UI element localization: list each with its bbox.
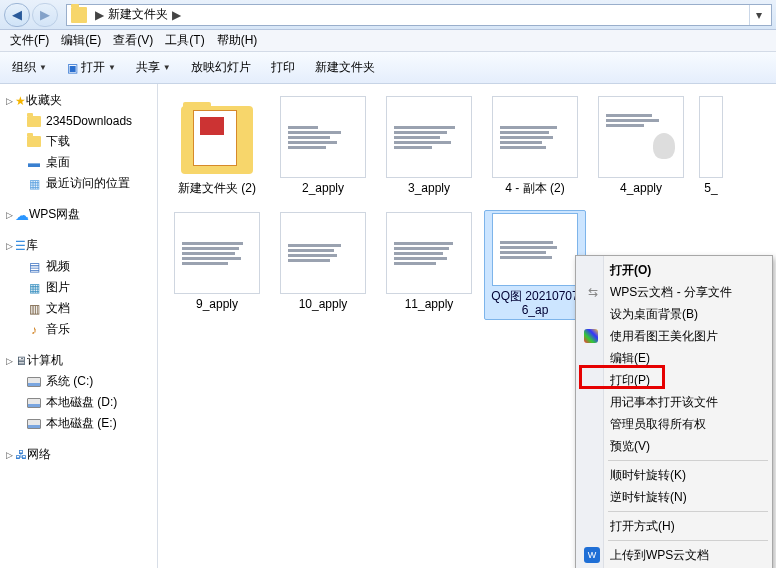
file-label: 9_apply bbox=[196, 297, 238, 311]
file-9apply[interactable]: 9_apply bbox=[166, 210, 268, 320]
sidebar-item-e[interactable]: 本地磁盘 (E:) bbox=[0, 413, 157, 434]
ctx-open[interactable]: 打开(O) bbox=[578, 259, 770, 281]
address-bar[interactable]: ▶ 新建文件夹 ▶ ▾ bbox=[66, 4, 772, 26]
file-4apply[interactable]: 4_apply bbox=[590, 94, 692, 204]
library-icon: ☰ bbox=[15, 239, 26, 253]
ctx-open-way[interactable]: 打开方式(H) bbox=[578, 515, 770, 537]
sidebar-item-recent[interactable]: ▦最近访问的位置 bbox=[0, 173, 157, 194]
open-icon: ▣ bbox=[67, 61, 78, 75]
breadcrumb-sep: ▶ bbox=[95, 8, 104, 22]
address-dropdown[interactable]: ▾ bbox=[749, 5, 767, 25]
menu-help[interactable]: 帮助(H) bbox=[211, 30, 264, 51]
ctx-wps-share[interactable]: ⇆WPS云文档 - 分享文件 bbox=[578, 281, 770, 303]
ctx-admin[interactable]: 管理员取得所有权 bbox=[578, 413, 770, 435]
ctx-edit[interactable]: 编辑(E) bbox=[578, 347, 770, 369]
file-3apply[interactable]: 3_apply bbox=[378, 94, 480, 204]
disk-icon bbox=[27, 419, 41, 429]
file-2apply[interactable]: 2_apply bbox=[272, 94, 374, 204]
arrow-right-icon: ▶ bbox=[40, 7, 50, 22]
sidebar-fav-header[interactable]: ▷★收藏夹 bbox=[0, 90, 157, 111]
video-icon: ▤ bbox=[26, 259, 42, 275]
sidebar-wps-header[interactable]: ▷☁WPS网盘 bbox=[0, 204, 157, 225]
file-4copy[interactable]: 4 - 副本 (2) bbox=[484, 94, 586, 204]
folder-icon bbox=[27, 136, 41, 147]
menu-file[interactable]: 文件(F) bbox=[4, 30, 55, 51]
share-icon: ⇆ bbox=[584, 283, 602, 301]
breadcrumb[interactable]: 新建文件夹 bbox=[108, 6, 168, 23]
menu-view[interactable]: 查看(V) bbox=[107, 30, 159, 51]
sidebar-comp-header[interactable]: ▷🖥计算机 bbox=[0, 350, 157, 371]
arrow-left-icon: ◀ bbox=[12, 7, 22, 22]
menu-tools[interactable]: 工具(T) bbox=[159, 30, 210, 51]
ctx-sep bbox=[608, 511, 768, 512]
desktop-icon: ▬ bbox=[26, 155, 42, 171]
folder-icon bbox=[177, 100, 257, 174]
ctx-sep bbox=[608, 460, 768, 461]
sidebar-item-c[interactable]: 系统 (C:) bbox=[0, 371, 157, 392]
image-thumb bbox=[386, 96, 472, 178]
image-thumb bbox=[174, 212, 260, 294]
image-thumb bbox=[492, 96, 578, 178]
toolbar: 组织▼ ▣打开▼ 共享▼ 放映幻灯片 打印 新建文件夹 bbox=[0, 52, 776, 84]
sidebar-item-document[interactable]: ▥文档 bbox=[0, 298, 157, 319]
file-label: 3_apply bbox=[408, 181, 450, 195]
file-label: 新建文件夹 (2) bbox=[178, 181, 256, 195]
network-icon: 🖧 bbox=[15, 448, 27, 462]
wps-icon: W bbox=[584, 547, 600, 563]
tb-open[interactable]: ▣打开▼ bbox=[61, 56, 122, 79]
sidebar-item-desktop[interactable]: ▬桌面 bbox=[0, 152, 157, 173]
document-icon: ▥ bbox=[26, 301, 42, 317]
breadcrumb-sep: ▶ bbox=[172, 8, 181, 22]
context-menu: 打开(O) ⇆WPS云文档 - 分享文件 设为桌面背景(B) 使用看图王美化图片… bbox=[575, 255, 773, 568]
computer-icon: 🖥 bbox=[15, 354, 27, 368]
image-thumb bbox=[386, 212, 472, 294]
sidebar-item-downloads[interactable]: 2345Downloads bbox=[0, 111, 157, 131]
palette-icon bbox=[584, 329, 598, 343]
ctx-preview[interactable]: 预览(V) bbox=[578, 435, 770, 457]
ctx-rot-ccw[interactable]: 逆时针旋转(N) bbox=[578, 486, 770, 508]
sidebar-lib-header[interactable]: ▷☰库 bbox=[0, 235, 157, 256]
tb-organize[interactable]: 组织▼ bbox=[6, 56, 53, 79]
file-5[interactable]: 5_ bbox=[696, 94, 726, 204]
tb-newfolder[interactable]: 新建文件夹 bbox=[309, 56, 381, 79]
sidebar-item-picture[interactable]: ▦图片 bbox=[0, 277, 157, 298]
menubar: 文件(F) 编辑(E) 查看(V) 工具(T) 帮助(H) bbox=[0, 30, 776, 52]
file-label: 11_apply bbox=[405, 297, 454, 311]
picture-icon: ▦ bbox=[26, 280, 42, 296]
sidebar-item-download[interactable]: 下载 bbox=[0, 131, 157, 152]
ctx-notepad[interactable]: 用记事本打开该文件 bbox=[578, 391, 770, 413]
titlebar: ◀ ▶ ▶ 新建文件夹 ▶ ▾ bbox=[0, 0, 776, 30]
recent-icon: ▦ bbox=[26, 176, 42, 192]
sidebar: ▷★收藏夹 2345Downloads 下载 ▬桌面 ▦最近访问的位置 ▷☁WP… bbox=[0, 84, 158, 568]
file-label: 2_apply bbox=[302, 181, 344, 195]
ctx-beautify[interactable]: 使用看图王美化图片 bbox=[578, 325, 770, 347]
ctx-print[interactable]: 打印(P) bbox=[578, 369, 770, 391]
ctx-upload-wps[interactable]: W上传到WPS云文档 bbox=[578, 544, 770, 566]
file-qq-selected[interactable]: QQ图 20210707 6_ap bbox=[484, 210, 586, 320]
ctx-rot-cw[interactable]: 顺时针旋转(K) bbox=[578, 464, 770, 486]
image-thumb bbox=[492, 213, 578, 286]
tb-print[interactable]: 打印 bbox=[265, 56, 301, 79]
file-label: 10_apply bbox=[299, 297, 348, 311]
sidebar-net-header[interactable]: ▷🖧网络 bbox=[0, 444, 157, 465]
cloud-icon: ☁ bbox=[15, 207, 29, 223]
folder-icon bbox=[71, 7, 87, 23]
file-10apply[interactable]: 10_apply bbox=[272, 210, 374, 320]
sidebar-item-music[interactable]: ♪音乐 bbox=[0, 319, 157, 340]
image-thumb bbox=[280, 96, 366, 178]
file-11apply[interactable]: 11_apply bbox=[378, 210, 480, 320]
tb-share[interactable]: 共享▼ bbox=[130, 56, 177, 79]
image-thumb bbox=[699, 96, 723, 178]
file-folder-2[interactable]: 新建文件夹 (2) bbox=[166, 94, 268, 204]
image-thumb bbox=[280, 212, 366, 294]
sidebar-item-d[interactable]: 本地磁盘 (D:) bbox=[0, 392, 157, 413]
ctx-set-bg[interactable]: 设为桌面背景(B) bbox=[578, 303, 770, 325]
sidebar-item-video[interactable]: ▤视频 bbox=[0, 256, 157, 277]
ctx-sep bbox=[608, 540, 768, 541]
star-icon: ★ bbox=[15, 94, 26, 108]
tb-slideshow[interactable]: 放映幻灯片 bbox=[185, 56, 257, 79]
folder-icon bbox=[27, 116, 41, 127]
nav-fwd-button[interactable]: ▶ bbox=[32, 3, 58, 27]
nav-back-button[interactable]: ◀ bbox=[4, 3, 30, 27]
menu-edit[interactable]: 编辑(E) bbox=[55, 30, 107, 51]
